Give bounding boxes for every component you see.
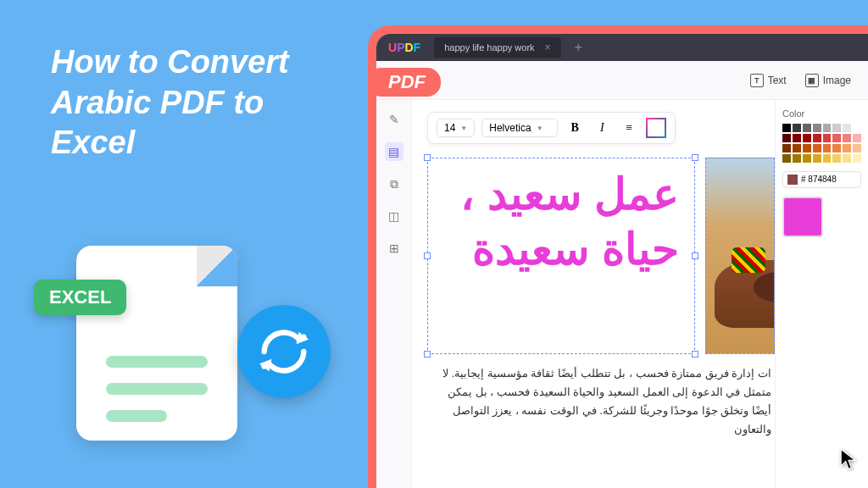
italic-button[interactable]: I [592,118,612,138]
color-swatch[interactable] [832,134,841,142]
color-swatch[interactable] [813,154,821,163]
top-toolbar: T Text ▦ Image [376,61,868,100]
color-swatch[interactable] [803,124,811,132]
color-swatch[interactable] [813,134,821,142]
image-icon: ▦ [805,74,819,87]
color-swatch[interactable] [782,154,791,163]
app-logo: UPDF [388,41,420,54]
align-button[interactable]: ≡ [619,118,639,138]
page-headline: How to Convert Arabic PDF to Excel [51,42,339,164]
image-tool[interactable]: ▦ Image [805,74,851,87]
color-swatch[interactable] [793,154,801,163]
cursor-icon [839,447,858,471]
color-swatch[interactable] [782,144,791,152]
color-swatch[interactable] [832,154,841,163]
color-swatch[interactable] [832,124,841,132]
color-swatch[interactable] [782,124,791,132]
color-swatch[interactable] [853,124,861,132]
bold-button[interactable]: B [565,118,585,138]
color-swatch[interactable] [813,144,821,152]
doc-fold-corner [197,246,237,286]
arabic-heading[interactable]: عمل سعيد ، حياة سعيدة [443,167,679,277]
text-icon: T [750,74,764,87]
color-swatch[interactable] [813,124,821,132]
color-swatch[interactable] [832,144,841,152]
color-swatch[interactable] [823,124,832,132]
svg-marker-1 [259,359,272,372]
color-swatch[interactable] [793,124,801,132]
selected-text-box[interactable]: عمل سعيد ، حياة سعيدة [427,158,695,354]
color-swatch[interactable] [782,134,791,142]
color-swatch[interactable] [853,154,861,163]
desert-camel-image[interactable] [705,158,775,354]
document-tab[interactable]: happy life happy work × [434,37,560,58]
font-size-select[interactable]: 14▼ [437,119,475,137]
hex-preview-swatch [787,175,798,185]
color-swatch[interactable] [853,144,861,152]
document-canvas[interactable]: 14▼ Helvetica▼ B I ≡ عمل سعيد ، حياة سعي… [412,100,775,488]
format-toolbar: 14▼ Helvetica▼ B I ≡ [427,112,676,144]
font-family-select[interactable]: Helvetica▼ [481,119,558,137]
color-swatch[interactable] [853,134,861,142]
text-tool[interactable]: T Text [750,74,787,87]
color-swatch[interactable] [843,134,851,142]
page-icon[interactable]: ⧉ [385,175,403,193]
edit-icon[interactable]: ▤ [385,142,403,161]
selected-color-swatch[interactable] [782,197,823,237]
text-color-button[interactable] [646,118,666,138]
titlebar: UPDF happy life happy work × + [376,34,868,61]
color-swatch[interactable] [793,134,801,142]
annotate-icon[interactable]: ✎ [385,110,403,129]
doc-lines [106,356,208,437]
color-swatch[interactable] [843,154,851,163]
workspace: ✎ ▤ ⧉ ◫ ⊞ 14▼ Helvetica▼ B I ≡ عمل سعيد … [376,100,868,488]
svg-marker-0 [297,332,309,345]
color-swatch[interactable] [803,134,811,142]
pdf-badge: PDF [368,68,441,97]
color-swatch[interactable] [793,144,801,152]
color-swatch[interactable] [803,154,811,163]
document-icon: EXCEL [76,246,237,441]
excel-badge: EXCEL [34,280,126,315]
color-swatch[interactable] [823,154,832,163]
color-swatch[interactable] [843,124,851,132]
sync-icon [237,305,331,398]
color-swatch[interactable] [823,144,832,152]
add-tab-icon[interactable]: + [575,40,582,55]
arabic-paragraph[interactable]: ات إدارة فريق ممتازة فحسب ، بل تتطلب أيض… [427,364,775,439]
color-swatch[interactable] [823,134,832,142]
color-swatch[interactable] [843,144,851,152]
color-swatches [782,124,861,163]
tools-icon[interactable]: ⊞ [385,239,403,258]
app-window: PDF UPDF happy life happy work × + T Tex… [368,25,868,488]
left-sidebar: ✎ ▤ ⧉ ◫ ⊞ [376,100,412,488]
close-tab-icon[interactable]: × [545,42,551,53]
hex-input[interactable]: # 874848 [782,171,861,188]
tab-title: happy life happy work [444,42,534,53]
color-swatch[interactable] [803,144,811,152]
color-panel: Color # 874848 [775,100,868,488]
crop-icon[interactable]: ◫ [385,207,403,225]
color-panel-title: Color [782,108,861,119]
